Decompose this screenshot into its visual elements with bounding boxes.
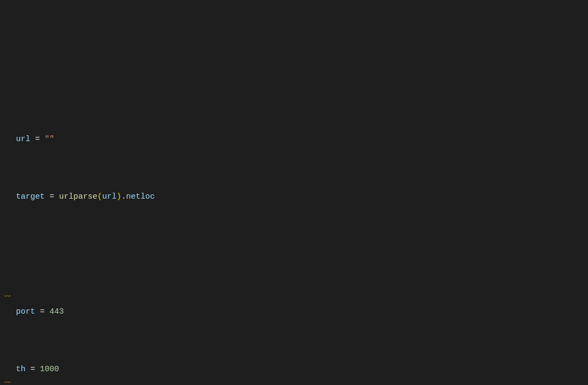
code-line[interactable]: th = 1000 (16, 362, 588, 376)
variable: url (16, 135, 30, 144)
code-editor[interactable]: 〰 〰 url = "" target = urlparse(url).netl… (0, 58, 588, 385)
warning-gutter-icon: 〰 (4, 290, 14, 305)
warning-gutter-icon: 〰 (4, 376, 14, 385)
code-line[interactable]: port = 443 (16, 305, 588, 319)
gutter: 〰 〰 (4, 60, 14, 385)
string-literal: "" (45, 135, 54, 144)
code-line[interactable]: url = "" (16, 132, 588, 146)
code-line[interactable] (16, 247, 588, 261)
code-line[interactable]: target = urlparse(url).netloc (16, 190, 588, 204)
